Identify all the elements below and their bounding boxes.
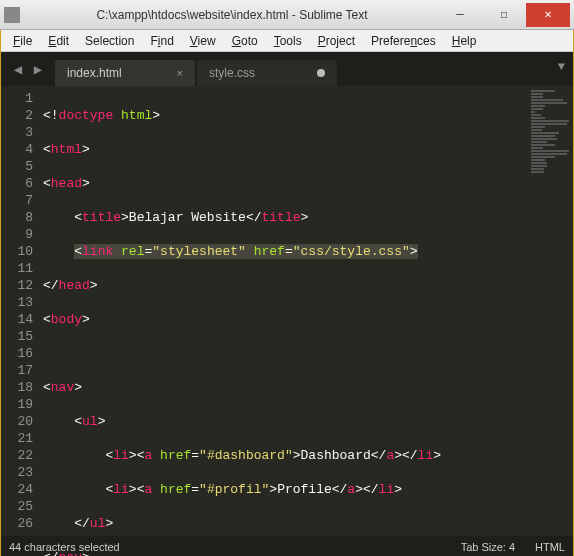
window-buttons: ─ ☐ ✕ xyxy=(438,3,570,27)
menu-edit[interactable]: Edit xyxy=(40,32,77,50)
maximize-button[interactable]: ☐ xyxy=(482,3,526,27)
menubar: File Edit Selection Find View Goto Tools… xyxy=(1,30,573,52)
menu-view[interactable]: View xyxy=(182,32,224,50)
tab-menu-icon[interactable]: ▼ xyxy=(558,60,565,74)
close-button[interactable]: ✕ xyxy=(526,3,570,27)
tab-row: ◀ ▶ index.html × style.css ▼ xyxy=(1,52,573,86)
menu-project[interactable]: Project xyxy=(310,32,363,50)
menu-preferences[interactable]: Preferences xyxy=(363,32,444,50)
tab-dirty-icon xyxy=(317,69,325,77)
nav-back-icon[interactable]: ◀ xyxy=(9,60,27,78)
tab-style-css[interactable]: style.css xyxy=(197,60,337,86)
titlebar: C:\xampp\htdocs\website\index.html - Sub… xyxy=(0,0,574,30)
menu-goto[interactable]: Goto xyxy=(224,32,266,50)
menu-help[interactable]: Help xyxy=(444,32,485,50)
menu-file[interactable]: File xyxy=(5,32,40,50)
gutter: 1234567891011121314151617181920212223242… xyxy=(1,86,41,536)
window-title: C:\xampp\htdocs\website\index.html - Sub… xyxy=(26,8,438,22)
tab-close-icon[interactable]: × xyxy=(177,67,183,79)
menu-find[interactable]: Find xyxy=(142,32,181,50)
nav-forward-icon[interactable]: ▶ xyxy=(29,60,47,78)
editor[interactable]: 1234567891011121314151617181920212223242… xyxy=(1,86,573,536)
menu-tools[interactable]: Tools xyxy=(266,32,310,50)
status-language[interactable]: HTML xyxy=(535,541,565,553)
tab-index-html[interactable]: index.html × xyxy=(55,60,195,86)
tab-label: style.css xyxy=(209,66,255,80)
minimize-button[interactable]: ─ xyxy=(438,3,482,27)
menu-selection[interactable]: Selection xyxy=(77,32,142,50)
tab-label: index.html xyxy=(67,66,122,80)
app-icon xyxy=(4,7,20,23)
minimap[interactable] xyxy=(529,86,573,536)
code-area[interactable]: <!doctype html> <html> <head> <title>Bel… xyxy=(41,86,529,536)
